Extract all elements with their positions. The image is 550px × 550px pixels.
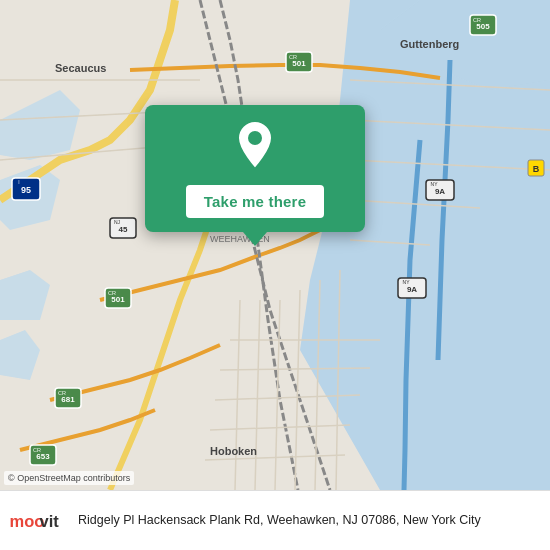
map-background: 501 CR 505 CR 95 I 45 NJ 501 CR 681 CR 6… bbox=[0, 0, 550, 490]
svg-text:681: 681 bbox=[61, 395, 75, 404]
svg-text:Guttenberg: Guttenberg bbox=[400, 38, 459, 50]
svg-text:CR: CR bbox=[33, 447, 41, 453]
svg-text:B: B bbox=[533, 164, 540, 174]
svg-text:45: 45 bbox=[119, 225, 128, 234]
svg-text:I: I bbox=[18, 179, 19, 185]
svg-text:vit: vit bbox=[40, 512, 60, 530]
svg-text:NY: NY bbox=[403, 279, 411, 285]
svg-text:NJ: NJ bbox=[114, 219, 121, 225]
svg-point-60 bbox=[248, 131, 262, 145]
svg-text:CR: CR bbox=[58, 390, 66, 396]
svg-text:505: 505 bbox=[476, 22, 490, 31]
moovit-logo-svg: moo vit bbox=[8, 507, 68, 535]
copyright-text: © OpenStreetMap contributors bbox=[4, 471, 134, 485]
svg-text:NY: NY bbox=[431, 181, 439, 187]
svg-text:501: 501 bbox=[111, 295, 125, 304]
moovit-logo: moo vit bbox=[8, 507, 68, 535]
location-pin-icon bbox=[233, 119, 277, 171]
svg-text:CR: CR bbox=[108, 290, 116, 296]
svg-text:501: 501 bbox=[292, 59, 306, 68]
info-bar: moo vit Ridgely Pl Hackensack Plank Rd, … bbox=[0, 490, 550, 550]
svg-text:Hoboken: Hoboken bbox=[210, 445, 257, 457]
svg-text:653: 653 bbox=[36, 452, 50, 461]
popup-arrow bbox=[243, 232, 267, 246]
svg-text:9A: 9A bbox=[435, 187, 445, 196]
svg-text:CR: CR bbox=[473, 17, 481, 23]
svg-text:95: 95 bbox=[21, 185, 31, 195]
take-me-there-button[interactable]: Take me there bbox=[186, 185, 324, 218]
address-text: Ridgely Pl Hackensack Plank Rd, Weehawke… bbox=[78, 512, 538, 529]
popup-card: Take me there bbox=[145, 105, 365, 232]
svg-text:CR: CR bbox=[289, 54, 297, 60]
svg-text:Secaucus: Secaucus bbox=[55, 62, 106, 74]
svg-text:9A: 9A bbox=[407, 285, 417, 294]
map-container: 501 CR 505 CR 95 I 45 NJ 501 CR 681 CR 6… bbox=[0, 0, 550, 490]
